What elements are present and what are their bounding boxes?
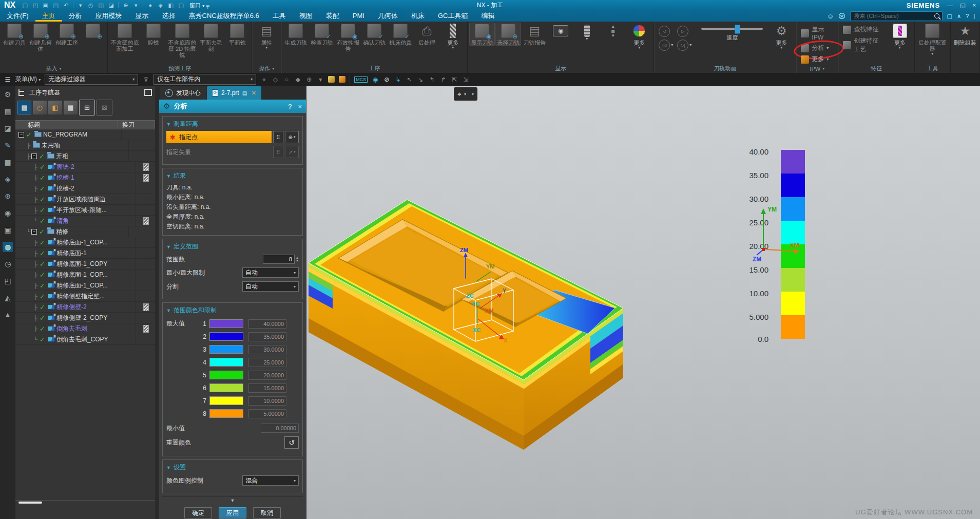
- quick-icon-15[interactable]: ▢: [178, 2, 184, 9]
- restore-button[interactable]: ◱: [960, 2, 965, 9]
- left-rail-icon-8[interactable]: ◉: [3, 208, 13, 218]
- menu-item-装配[interactable]: 装配: [319, 10, 346, 22]
- nav-arrow-icon-2[interactable]: ↘: [417, 76, 424, 83]
- ribbon-button-后处理配置器[interactable]: 后处理配置器▾: [916, 23, 949, 56]
- scrollbar-thumb[interactable]: [18, 502, 42, 504]
- menu-item-主页[interactable]: 主页: [35, 10, 62, 22]
- ribbon-button-创建刀具[interactable]: ⊕创建刀具: [2, 23, 27, 46]
- selection-scope-dropdown[interactable]: 仅在工作部件内▾: [153, 74, 256, 85]
- quick-icon-4[interactable]: ◳: [52, 2, 59, 9]
- quick-icon-14[interactable]: ◧: [167, 2, 174, 9]
- color-swatch-6[interactable]: [209, 383, 243, 392]
- filter-reset-icon[interactable]: ⊽: [142, 76, 149, 83]
- ribbon-button-创建几何体[interactable]: ⊕创建几何体: [28, 23, 53, 52]
- dialog-collapse-handle[interactable]: ▼: [162, 496, 303, 504]
- color-swatch-2[interactable]: [209, 332, 243, 341]
- dialog-help-icon[interactable]: ?: [288, 103, 292, 110]
- column-header-toolchange[interactable]: 换刀: [118, 120, 155, 129]
- quick-icon-12[interactable]: ●: [147, 2, 153, 8]
- ribbon-group-label[interactable]: 插入▾: [2, 64, 106, 73]
- tree-row-精修底面-1_COP...[interactable]: ├✓精修底面-1_COP...: [15, 270, 155, 280]
- snap-icon-3[interactable]: ○: [283, 76, 290, 83]
- window-menu[interactable]: 窗口 ▾ ╤: [189, 2, 209, 9]
- menu-item-燕秀CNC超级程序单6.6[interactable]: 燕秀CNC超级程序单6.6: [182, 10, 266, 22]
- color-swatch-1[interactable]: [209, 319, 243, 328]
- left-rail-icon-10[interactable]: ◍: [3, 242, 13, 252]
- ribbon-group-label[interactable]: 操作▾: [254, 64, 279, 73]
- quick-icon-7[interactable]: ◴: [87, 2, 94, 9]
- fullscreen-icon[interactable]: ▢: [947, 13, 952, 20]
- tab-part-2-7[interactable]: ⟳ 2-7.prt ▤ ✕: [207, 86, 261, 100]
- color-swatch-7[interactable]: [209, 396, 243, 405]
- feedback-sad-icon[interactable]: ☹: [838, 12, 846, 20]
- nav-arrow-icon-1[interactable]: ↖: [406, 76, 413, 83]
- section-title[interactable]: ▼定义范围: [166, 242, 299, 251]
- playback-button-3[interactable]: |◁: [659, 40, 670, 51]
- tree-row-精修[interactable]: └−✓精修: [15, 226, 155, 237]
- feedback-happy-icon[interactable]: ☺: [827, 12, 834, 20]
- playback-button-4[interactable]: ▷|: [677, 40, 688, 51]
- menu-item-文件(F)[interactable]: 文件(F): [0, 10, 35, 22]
- ribbon-button-更多[interactable]: ⚙更多▾: [768, 23, 794, 50]
- ribbon-button-机床仿真[interactable]: ✓机床仿真: [388, 23, 413, 46]
- ribbon-button-不含底面的壁 2D 轮廓铣[interactable]: 不含底面的壁 2D 轮廓铣: [167, 23, 198, 58]
- mcs-display-icon[interactable]: MCS: [354, 76, 368, 83]
- ribbon-button-ipw-visibility[interactable]: ◉: [548, 23, 573, 36]
- playback-button-1[interactable]: ◁: [659, 26, 670, 37]
- tree-row-精修侧壁-2_COPY[interactable]: ├✓精修侧壁-2_COPY: [15, 313, 155, 323]
- left-rail-icon-1[interactable]: ⚙: [3, 89, 13, 100]
- ribbon-button-tool-display[interactable]: ▾: [574, 23, 600, 41]
- quick-icon-6[interactable]: ▾: [77, 2, 84, 9]
- menu-item-视图[interactable]: 视图: [293, 10, 319, 22]
- tree-row-清角[interactable]: └✓清角: [15, 216, 155, 226]
- ribbon-group-label[interactable]: 刀轨动画: [656, 64, 794, 73]
- minimize-ribbon-icon[interactable]: ∧: [957, 13, 961, 20]
- snap-icon-1[interactable]: ⌖: [260, 76, 267, 83]
- reset-colors-button[interactable]: ↺: [284, 436, 299, 449]
- nav-arrow-icon-5[interactable]: ⇱: [451, 76, 458, 83]
- ribbon-button-layer-arrows[interactable]: ▲▦▼: [600, 23, 626, 38]
- undock-icon[interactable]: [144, 89, 152, 96]
- menu-item-分析[interactable]: 分析: [62, 10, 89, 22]
- snap-icon-2[interactable]: ◇: [272, 76, 279, 83]
- ribbon-group-label[interactable]: 工序: [283, 64, 466, 73]
- ribbon-group-label[interactable]: [952, 64, 978, 73]
- point-options-button[interactable]: ⊕▾: [285, 131, 299, 143]
- ribbon-button-不含壁的底面加工[interactable]: 不含壁的底面加工: [109, 23, 140, 52]
- left-rail-icon-7[interactable]: ⊛: [3, 191, 13, 201]
- ribbon-item-更多[interactable]: 更多▾: [799, 54, 835, 64]
- machine-tool-view-icon[interactable]: ◴: [33, 101, 47, 114]
- quick-icon-1[interactable]: ▢: [22, 2, 28, 9]
- program-order-view-icon[interactable]: ▤: [17, 101, 31, 114]
- ribbon-group-label[interactable]: 工具: [916, 64, 949, 73]
- menu-item-机床[interactable]: 机床: [405, 10, 431, 22]
- left-rail-icon-11[interactable]: ◷: [3, 259, 13, 269]
- nav-arrow-icon-6[interactable]: ⇲: [462, 76, 469, 83]
- tab-close-icon[interactable]: ✕: [251, 89, 256, 97]
- ribbon-group-label[interactable]: 预测工序: [109, 64, 250, 73]
- slider-thumb[interactable]: [735, 25, 740, 34]
- color-legend-dropdown[interactable]: 混合▾: [242, 475, 299, 486]
- tree-row-挖槽-1[interactable]: ├✓挖槽-1: [15, 172, 155, 183]
- ribbon-item-创建特征工艺[interactable]: 创建特征工艺: [841, 36, 885, 54]
- geometry-view-icon[interactable]: ◧: [48, 101, 62, 114]
- search-input[interactable]: [853, 12, 932, 20]
- no-selection-icon[interactable]: ⊘: [383, 76, 390, 83]
- selection-filter-dropdown[interactable]: 无选择过滤器▾: [45, 74, 138, 85]
- menu-item-应用模块[interactable]: 应用模块: [89, 10, 129, 22]
- split-dropdown[interactable]: 自动▾: [242, 281, 299, 292]
- snap-icon-5[interactable]: ⊕: [305, 76, 313, 83]
- ribbon-button-平面去毛刺[interactable]: 平面去毛刺: [198, 23, 224, 52]
- tree-row-精修侧壁指定壁...[interactable]: ├✓精修侧壁指定壁...: [15, 291, 155, 302]
- tab-discover-center[interactable]: 发现中心: [160, 86, 206, 100]
- ribbon-button-创建工序[interactable]: ⊕创建工序: [54, 23, 80, 46]
- ribbon-button-腔铣[interactable]: 腔铣: [141, 23, 166, 46]
- menu-item-选择[interactable]: 选择: [156, 10, 182, 22]
- color-swatch-8[interactable]: [209, 409, 243, 418]
- shaded-icon[interactable]: [339, 76, 345, 83]
- expand-collapse-icon[interactable]: −: [31, 229, 37, 235]
- csys-icon[interactable]: ↳: [394, 76, 401, 83]
- tree-row-挖槽-2[interactable]: ├✓挖槽-2: [15, 183, 155, 194]
- machining-method-view-icon[interactable]: ▦: [64, 101, 78, 114]
- ribbon-button-属性[interactable]: ▤属性▾: [254, 23, 279, 50]
